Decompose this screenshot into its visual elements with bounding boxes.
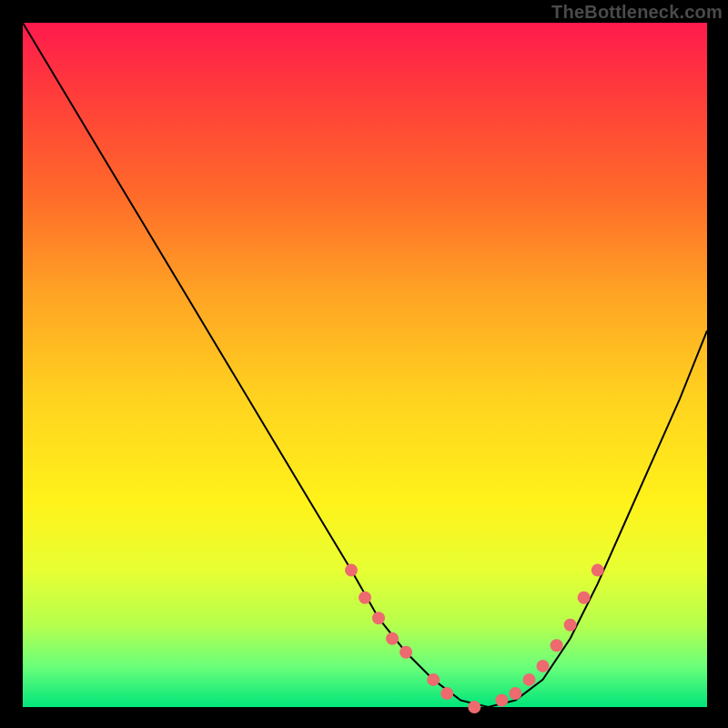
marker-dot bbox=[399, 646, 412, 659]
marker-dot bbox=[345, 564, 358, 577]
chart-frame: TheBottleneck.com bbox=[0, 0, 728, 728]
curve-line bbox=[23, 23, 707, 707]
marker-dot bbox=[592, 564, 604, 577]
marker-dot bbox=[495, 694, 508, 707]
marker-dot bbox=[551, 639, 563, 652]
marker-dot bbox=[386, 632, 399, 645]
marker-dot bbox=[427, 673, 440, 686]
marker-dot bbox=[564, 619, 577, 632]
marker-dot bbox=[468, 701, 480, 713]
marker-dot bbox=[523, 673, 536, 686]
marker-dots bbox=[345, 564, 604, 713]
watermark-text: TheBottleneck.com bbox=[551, 2, 723, 23]
chart-svg bbox=[23, 23, 707, 707]
marker-dot bbox=[578, 592, 591, 604]
bottleneck-curve-path bbox=[23, 23, 707, 707]
marker-dot bbox=[509, 687, 521, 700]
marker-dot bbox=[372, 612, 385, 624]
gradient-plot-area bbox=[23, 23, 707, 707]
marker-dot bbox=[537, 660, 550, 672]
marker-dot bbox=[440, 687, 453, 700]
marker-dot bbox=[359, 592, 371, 604]
